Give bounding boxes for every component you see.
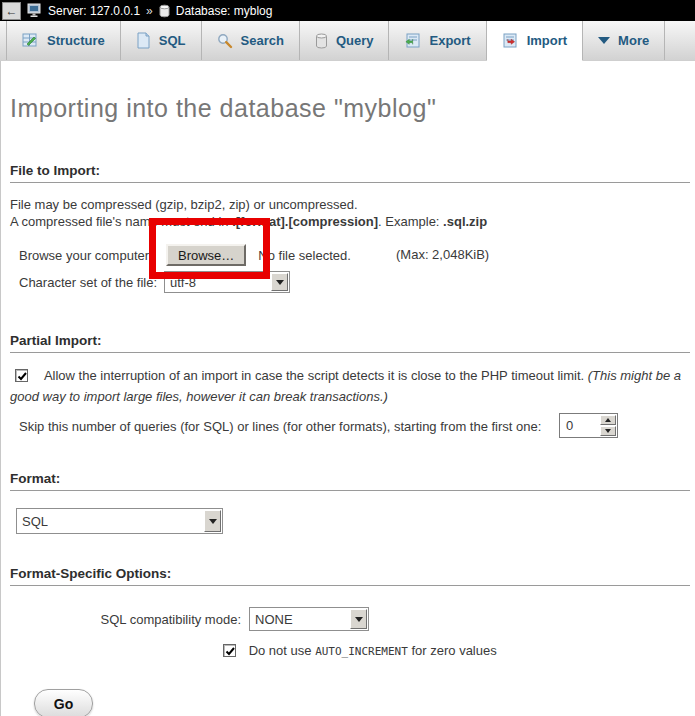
tab-query[interactable]: Query (300, 21, 390, 60)
format-row: SQL (16, 508, 695, 534)
structure-icon (22, 33, 39, 49)
breadcrumb-bar: ← Server: 127.0.0.1 » Database: myblog (0, 0, 695, 21)
compression-note: File may be compressed (gzip, bzip2, zip… (10, 196, 695, 230)
note-format-pattern: .[format].[compression] (232, 214, 378, 229)
import-icon (502, 33, 519, 49)
left-arrow-icon: ← (6, 4, 18, 18)
tab-import[interactable]: Import (487, 21, 583, 61)
charset-select[interactable]: utf-8 (164, 271, 290, 293)
tab-search[interactable]: Search (202, 21, 300, 60)
charset-row: Character set of the file: utf-8 (19, 271, 695, 293)
main-content: Importing into the database "myblog" Fil… (0, 61, 695, 716)
spinner-down-button[interactable] (600, 426, 616, 436)
tab-export[interactable]: Export (389, 21, 486, 60)
sql-icon (136, 32, 151, 49)
section-heading-partial-import: Partial Import: (10, 333, 690, 353)
sql-compat-row: SQL compatibility mode: NONE (1, 607, 695, 631)
breadcrumb-separator: » (146, 4, 153, 18)
back-arrow-button[interactable]: ← (2, 2, 21, 20)
server-icon (27, 3, 42, 18)
breadcrumb-server-link[interactable]: Server: 127.0.0.1 (48, 4, 140, 18)
charset-selected-value: utf-8 (165, 275, 196, 290)
browse-file-row: Browse your computer: Browse… No file se… (19, 243, 695, 267)
auto-increment-text-prefix: Do not use (249, 643, 316, 658)
check-icon (224, 645, 237, 658)
tab-label: Structure (47, 33, 105, 48)
no-file-selected-text: No file selected. (258, 248, 351, 263)
spinner-up-button[interactable] (600, 415, 616, 425)
go-button[interactable]: Go (34, 689, 93, 716)
tab-label: Export (429, 33, 470, 48)
auto-increment-text-suffix: for zero values (408, 643, 497, 658)
browse-file-button[interactable]: Browse… (166, 244, 246, 266)
skip-queries-value: 0 (560, 418, 600, 433)
dropdown-arrow-icon[interactable] (204, 510, 221, 532)
charset-label: Character set of the file: (19, 275, 164, 290)
auto-increment-row: Do not use AUTO_INCREMENT for zero value… (223, 643, 695, 658)
tab-bar: Structure SQL Search Query (0, 21, 695, 61)
skip-queries-label: Skip this number of queries (for SQL) or… (19, 419, 541, 434)
sql-compat-select[interactable]: NONE (249, 607, 369, 631)
skip-queries-input[interactable]: 0 (559, 413, 618, 438)
note-line2-prefix: A compressed file's name must end in (10, 214, 232, 229)
page-title: Importing into the database "myblog" (10, 94, 695, 123)
tab-label: More (618, 33, 649, 48)
query-icon (315, 33, 328, 49)
note-line2-mid: . Example: (378, 214, 443, 229)
allow-interruption-text: Allow the interruption of an import in c… (44, 368, 588, 383)
number-spinner (600, 415, 616, 436)
tab-label: Import (527, 33, 567, 48)
section-heading-format-options: Format-Specific Options: (10, 566, 690, 586)
note-example: .sql.zip (443, 214, 487, 229)
tab-label: Search (241, 33, 284, 48)
auto-increment-code: AUTO_INCREMENT (315, 645, 408, 658)
tab-structure[interactable]: Structure (6, 21, 121, 60)
auto-increment-checkbox[interactable] (223, 644, 236, 657)
allow-interruption-checkbox[interactable] (15, 369, 28, 382)
tab-sql[interactable]: SQL (121, 21, 202, 60)
skip-queries-row: Skip this number of queries (for SQL) or… (16, 413, 695, 439)
tab-label: Query (336, 33, 374, 48)
tab-label: SQL (159, 33, 186, 48)
breadcrumb-database-link[interactable]: Database: myblog (176, 4, 273, 18)
allow-interruption-row: Allow the interruption of an import in c… (10, 365, 688, 407)
export-icon (404, 33, 421, 49)
database-icon (159, 4, 170, 18)
check-icon (16, 370, 29, 383)
sql-compat-selected-value: NONE (250, 612, 293, 627)
sql-compat-label: SQL compatibility mode: (1, 612, 241, 627)
browse-label: Browse your computer: (19, 248, 166, 263)
dropdown-arrow-icon[interactable] (271, 273, 288, 291)
search-icon (217, 33, 233, 49)
note-line1: File may be compressed (gzip, bzip2, zip… (10, 197, 358, 212)
section-heading-format: Format: (10, 471, 690, 491)
format-selected-value: SQL (17, 514, 48, 529)
format-select[interactable]: SQL (16, 508, 223, 534)
tab-more[interactable]: More (583, 21, 665, 60)
chevron-down-icon (598, 37, 610, 44)
max-size-note: (Max: 2,048KiB) (396, 247, 489, 262)
section-heading-file-to-import: File to Import: (10, 163, 690, 183)
dropdown-arrow-icon[interactable] (350, 609, 367, 629)
